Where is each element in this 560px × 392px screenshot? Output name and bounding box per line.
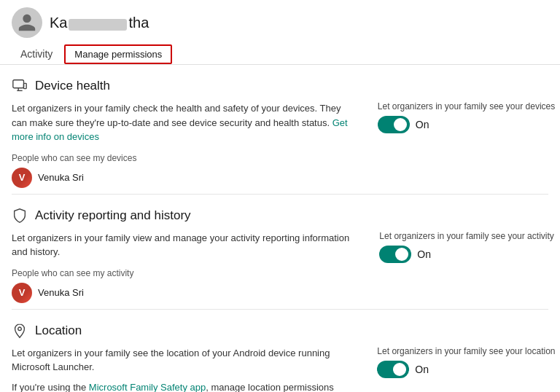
- activity-reporting-people: People who can see my activity V Venuka …: [12, 268, 350, 303]
- location-link[interactable]: Microsoft Family Safety app: [89, 382, 206, 393]
- device-health-body: Let organizers in your family check the …: [12, 101, 548, 188]
- location-control-label: Let organizers in your family see your l…: [377, 346, 555, 356]
- avatar: [12, 7, 42, 38]
- activity-reporting-toggle-label: On: [417, 248, 431, 260]
- username-suffix: tha: [128, 15, 149, 31]
- activity-reporting-section: Activity reporting and history Let organ…: [12, 195, 548, 310]
- location-body: Let organizers in your family see the lo…: [12, 346, 548, 393]
- svg-point-2: [18, 326, 22, 330]
- location-section: Location Let organizers in your family s…: [12, 310, 548, 393]
- username-blur: [69, 19, 127, 31]
- location-icon: [12, 323, 28, 339]
- device-health-toggle[interactable]: [378, 116, 410, 133]
- person-icon: [17, 12, 37, 33]
- activity-reporting-toggle-row: On: [379, 246, 431, 263]
- activity-reporting-desc: Let organizers in your family view and m…: [12, 231, 350, 259]
- activity-reporting-header: Activity reporting and history: [12, 208, 548, 224]
- svg-rect-0: [13, 80, 24, 88]
- person-avatar: V: [12, 168, 32, 188]
- activity-reporting-control-label: Let organizers in your family see your a…: [379, 231, 553, 241]
- person-name: Venuka Sri: [38, 287, 84, 298]
- device-health-people: People who can see my devices V Venuka S…: [12, 153, 349, 188]
- activity-reporting-people-label: People who can see my activity: [12, 268, 350, 278]
- device-health-people-label: People who can see my devices: [12, 153, 349, 163]
- location-header: Location: [12, 323, 548, 339]
- device-health-section: Device health Let organizers in your fam…: [12, 65, 548, 195]
- location-toggle-label: On: [415, 364, 429, 375]
- device-health-control: Let organizers in your family see your d…: [378, 101, 548, 133]
- person-name: Venuka Sri: [38, 172, 84, 183]
- content: Device health Let organizers in your fam…: [0, 65, 560, 392]
- header: Katha: [0, 0, 560, 38]
- device-health-title: Device health: [35, 79, 110, 93]
- device-health-toggle-label: On: [416, 119, 429, 130]
- username: Katha: [50, 15, 149, 31]
- location-desc: Let organizers in your family see the lo…: [12, 346, 348, 375]
- username-prefix: Ka: [50, 15, 67, 31]
- activity-reporting-toggle[interactable]: [379, 246, 411, 263]
- device-health-icon: [12, 78, 28, 94]
- person-row: V Venuka Sri: [12, 283, 350, 303]
- location-desc2: If you're using the Microsoft Family Saf…: [12, 380, 348, 393]
- device-health-desc: Let organizers in your family check the …: [12, 101, 349, 144]
- tab-activity[interactable]: Activity: [12, 44, 61, 64]
- device-health-toggle-row: On: [378, 116, 429, 133]
- location-title: Location: [35, 324, 82, 338]
- person-row: V Venuka Sri: [12, 168, 349, 188]
- nav-tabs: Activity Manage permissions: [0, 38, 560, 65]
- activity-reporting-body: Let organizers in your family view and m…: [12, 231, 548, 303]
- manage-permissions-button[interactable]: Manage permissions: [64, 44, 172, 64]
- location-toggle-row: On: [377, 361, 429, 378]
- location-control: Let organizers in your family see your l…: [377, 346, 548, 378]
- activity-reporting-icon: [12, 208, 28, 224]
- location-toggle[interactable]: [377, 361, 409, 378]
- device-health-control-label: Let organizers in your family see your d…: [378, 101, 555, 111]
- device-health-header: Device health: [12, 78, 548, 94]
- activity-reporting-control: Let organizers in your family see your a…: [379, 231, 548, 263]
- person-avatar: V: [12, 283, 32, 303]
- activity-reporting-title: Activity reporting and history: [35, 208, 191, 223]
- svg-rect-1: [24, 83, 27, 88]
